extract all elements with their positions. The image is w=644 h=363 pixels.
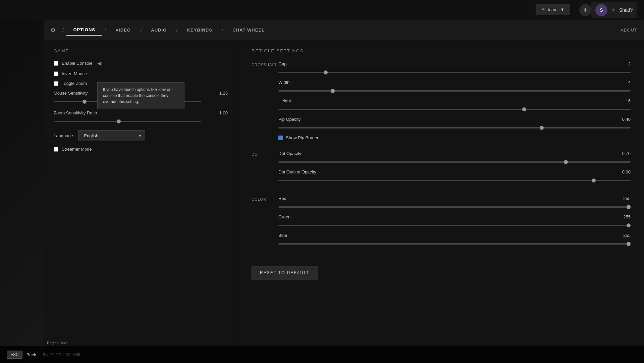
team-selector-label: All-team [541, 7, 557, 12]
nav-gear-icon: ⚙ [50, 27, 56, 34]
height-slider[interactable] [278, 109, 631, 110]
download-icon: ⬇ [583, 7, 587, 13]
datetime-label: Sep 20 2024, 02:14:08 [43, 353, 80, 357]
dot-opacity-slider-row: Dot Opacity 0.70 [278, 151, 631, 164]
streamer-mode-row: Streamer Mode [54, 147, 228, 152]
sep-2: / [140, 27, 142, 33]
tooltip-text: If you have launch options like -dev or … [103, 87, 173, 104]
avatar: S [595, 4, 607, 16]
enable-console-tooltip: If you have launch options like -dev or … [97, 82, 184, 109]
toggle-zoom-label: Toggle Zoom [62, 81, 87, 86]
about-link[interactable]: ABOUT [621, 28, 637, 33]
game-settings-panel: GAME If you have launch options like -de… [44, 40, 238, 363]
gap-slider[interactable] [278, 72, 631, 73]
pip-opacity-label: Pip Opacity [278, 117, 301, 122]
red-value: 255 [623, 196, 631, 201]
bottom-bar: Region: Asia ESC Back Sep 20 2024, 02:14… [0, 346, 644, 363]
esc-badge[interactable]: ESC [7, 351, 22, 359]
zoom-sensitivity-row: Zoom Sensitivity Ratio 1.00 [54, 110, 228, 123]
game-section-title: GAME [54, 48, 228, 53]
green-slider-row: Green 255 [278, 214, 631, 227]
tooltip-trigger-icon[interactable]: ◀ [97, 60, 101, 66]
toggle-zoom-checkbox[interactable] [54, 81, 58, 86]
width-label: Width [278, 80, 289, 85]
zoom-sensitivity-label: Zoom Sensitivity Ratio [54, 110, 97, 115]
dot-outline-opacity-value: 0.90 [622, 169, 631, 174]
user-section[interactable]: S ✦ ShadY [591, 2, 637, 18]
region-label: Region: Asia [47, 341, 68, 345]
faction-icon: ✦ [611, 6, 616, 14]
tab-keybinds[interactable]: KEYBINDS [180, 25, 219, 35]
sep-4: / [222, 27, 223, 33]
height-value: 16 [626, 98, 631, 103]
language-row: Language: English Deutsch Español França… [54, 130, 228, 141]
reset-to-default-button[interactable]: RESET TO DEFAULT [252, 266, 318, 279]
dot-opacity-slider[interactable] [278, 161, 631, 163]
team-selector-chevron-icon: ▼ [560, 7, 565, 12]
gap-value: 3 [628, 61, 631, 66]
mouse-sensitivity-value: 1.25 [219, 91, 228, 96]
mouse-sensitivity-label: Mouse Sensitivity [54, 91, 88, 96]
tab-audio[interactable]: AUDIO [144, 25, 173, 35]
back-label[interactable]: Back [26, 352, 36, 357]
dot-outline-opacity-slider[interactable] [278, 180, 631, 181]
reticle-settings-panel: RETICLE SETTINGS CROSSHAIR Gap 3 [238, 40, 644, 363]
content-area: GAME If you have launch options like -de… [44, 40, 644, 363]
gap-label: Gap [278, 61, 287, 66]
width-slider[interactable] [278, 90, 631, 92]
language-select-wrapper: English Deutsch Español Français Russian… [78, 130, 145, 141]
enable-console-row: Enable Console ◀ [54, 60, 228, 66]
green-slider[interactable] [278, 225, 631, 226]
dot-outline-opacity-slider-row: Dot Outline Opacity 0.90 [278, 169, 631, 183]
streamer-mode-label: Streamer Mode [62, 147, 92, 152]
red-label: Red [278, 196, 286, 201]
blue-slider[interactable] [278, 243, 631, 245]
height-label: Height [278, 98, 291, 103]
zoom-sensitivity-value: 1.00 [219, 110, 228, 115]
tab-video[interactable]: VIDEO [109, 25, 137, 35]
main-panel: ⚙ / OPTIONS / VIDEO / AUDIO / KEYBINDS /… [44, 20, 644, 363]
username-label: ShadY [619, 7, 633, 13]
zoom-sensitivity-slider[interactable] [54, 121, 201, 122]
language-label: Language: [54, 133, 74, 138]
color-controls: Red 255 Green 255 [278, 196, 631, 251]
tab-options[interactable]: OPTIONS [66, 24, 102, 36]
download-button[interactable]: ⬇ [579, 4, 591, 16]
show-pip-border-label: Show Pip Border [286, 135, 319, 140]
color-section: COLOR Red 255 Green 255 [252, 196, 631, 251]
dot-label: DOT [252, 151, 278, 188]
green-label: Green [278, 214, 290, 219]
sep-1: / [105, 27, 106, 33]
invert-mouse-label: Invert Mouse [62, 71, 87, 76]
dot-outline-opacity-label: Dot Outline Opacity [278, 169, 316, 174]
tab-chat-wheel[interactable]: CHAT WHEEL [226, 25, 271, 35]
crosshair-label: CROSSHAIR [252, 61, 278, 143]
reticle-section-title: RETICLE SETTINGS [252, 48, 631, 53]
show-pip-border-checkbox[interactable] [278, 136, 283, 140]
width-slider-row: Width 4 [278, 80, 631, 93]
pip-opacity-slider[interactable] [278, 127, 631, 128]
region-datetime: Region: Asia [47, 340, 68, 346]
green-value: 255 [623, 214, 631, 219]
blue-value: 255 [623, 233, 631, 238]
pip-opacity-value: 0.40 [622, 117, 631, 122]
language-select[interactable]: English Deutsch Español Français Russian… [78, 130, 145, 141]
team-selector[interactable]: All-team ▼ [536, 4, 570, 15]
sep-3: / [176, 27, 177, 33]
invert-mouse-checkbox[interactable] [54, 71, 58, 76]
streamer-mode-checkbox[interactable] [54, 147, 58, 152]
gap-slider-row: Gap 3 [278, 61, 631, 74]
blue-label: Blue [278, 233, 287, 238]
show-pip-border-row: Show Pip Border [278, 135, 631, 140]
nav-tabs: ⚙ / OPTIONS / VIDEO / AUDIO / KEYBINDS /… [44, 20, 644, 40]
red-slider[interactable] [278, 206, 631, 208]
height-slider-row: Height 16 [278, 98, 631, 111]
color-label: COLOR [252, 196, 278, 251]
pip-opacity-slider-row: Pip Opacity 0.40 [278, 117, 631, 130]
crosshair-controls: Gap 3 Width 4 [278, 61, 631, 143]
enable-console-checkbox[interactable] [54, 61, 58, 66]
crosshair-section: CROSSHAIR Gap 3 Width 4 [252, 61, 631, 143]
invert-mouse-row: Invert Mouse [54, 71, 228, 76]
red-slider-row: Red 255 [278, 196, 631, 209]
dot-section: DOT Dot Opacity 0.70 Dot Outline Opacity [252, 151, 631, 188]
